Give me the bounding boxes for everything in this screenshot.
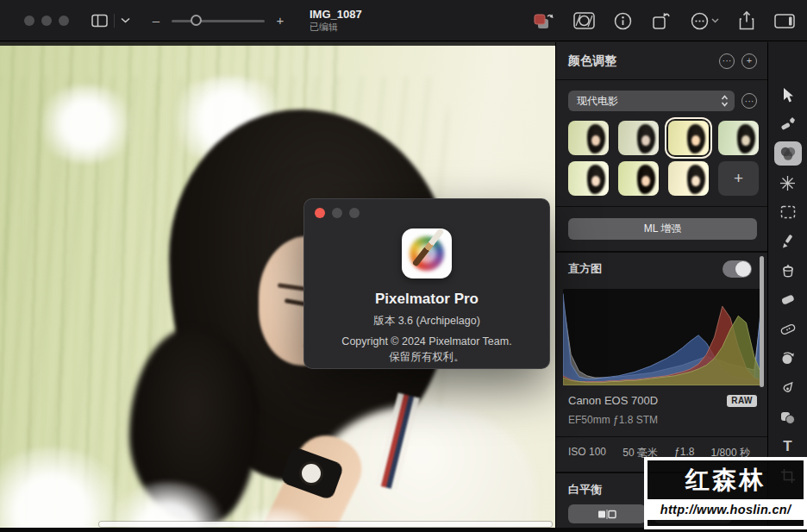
raw-badge: RAW: [727, 395, 757, 407]
compare-split-icon: [597, 510, 617, 519]
panel-title: 颜色调整: [568, 53, 712, 69]
erase-tool-icon[interactable]: [773, 285, 803, 315]
document-status: 已编辑: [310, 22, 362, 34]
about-dialog: Pixelmator Pro 版本 3.6 (Archipelago) Copy…: [303, 198, 550, 369]
ml-enhance-button[interactable]: ML 增强: [568, 218, 757, 240]
dialog-zoom-button: [349, 208, 360, 218]
vertical-scrollbar[interactable]: [760, 256, 764, 387]
photo-watch-face: [299, 461, 323, 485]
retouch-tool-icon[interactable]: [773, 315, 803, 344]
panel-options-button[interactable]: ···: [719, 53, 735, 69]
updown-chevron-icon: [721, 95, 729, 107]
ml-effects-icon[interactable]: [573, 12, 595, 29]
share-icon[interactable]: [738, 10, 755, 31]
preset-dropdown[interactable]: 现代电影: [568, 91, 735, 111]
sidebar-chevron-down-icon[interactable]: [121, 17, 130, 23]
preset-thumbnail[interactable]: [568, 161, 609, 196]
watermark-url: http://www.hoslin.cn/: [660, 503, 791, 516]
camera-lens: EF50mm ƒ1.8 STM: [568, 414, 757, 426]
histogram-label: 直方图: [568, 261, 723, 277]
preset-thumbnail[interactable]: [668, 161, 709, 196]
divider: [556, 436, 767, 437]
select-tool-icon[interactable]: [773, 197, 803, 227]
effects-tool-icon[interactable]: [773, 168, 803, 197]
app-version: 版本 3.6 (Archipelago): [304, 314, 549, 329]
fill-tool-icon[interactable]: [773, 256, 803, 285]
camera-model: Canon EOS 700D: [568, 394, 727, 407]
watermark-overlay: 红森林 http://www.hoslin.cn/: [644, 457, 807, 529]
photo-flowers: [34, 85, 138, 163]
pixelmator-pro-window: – + IMG_1087 已编辑: [0, 0, 807, 532]
preset-thumbnail[interactable]: [618, 121, 659, 155]
preset-thumbnail[interactable]: [618, 161, 659, 196]
window-controls: [24, 16, 69, 26]
arrange-tool-arrow-icon[interactable]: [773, 80, 803, 110]
zoom-window-button[interactable]: [59, 16, 69, 26]
horizontal-scrollbar[interactable]: [99, 522, 552, 527]
clone-tool-icon[interactable]: [773, 344, 803, 373]
compare-split-button[interactable]: [568, 504, 646, 523]
zoom-in-button[interactable]: +: [273, 13, 287, 28]
info-icon[interactable]: [614, 12, 632, 30]
preset-thumbnail-selected[interactable]: [668, 121, 709, 155]
preset-grid: +: [568, 121, 767, 196]
color-swap-icon[interactable]: [532, 10, 554, 31]
document-title: IMG_1087: [310, 8, 362, 22]
document-title-block: IMG_1087 已编辑: [310, 8, 362, 34]
preset-options-button[interactable]: ···: [741, 93, 757, 109]
divider: [556, 206, 767, 207]
style-tool-icon[interactable]: [773, 110, 803, 139]
histogram-toggle[interactable]: [723, 260, 752, 278]
preset-dropdown-value: 现代电影: [577, 94, 721, 109]
close-window-button[interactable]: [24, 16, 34, 26]
more-options-chevron-icon[interactable]: [711, 16, 719, 25]
preset-thumbnail[interactable]: [718, 121, 759, 155]
toolbar: – + IMG_1087 已编辑: [0, 0, 807, 41]
iso-value: ISO 100: [568, 446, 606, 460]
watermark-url-bar: http://www.hoslin.cn/: [647, 499, 804, 520]
zoom-slider[interactable]: [172, 15, 265, 27]
dialog-close-button[interactable]: [315, 208, 325, 218]
shapes-tool-icon[interactable]: [773, 403, 803, 432]
zoom-slider-track[interactable]: [172, 20, 265, 22]
zoom-out-button[interactable]: –: [149, 13, 163, 28]
preset-thumbnail[interactable]: [568, 121, 609, 155]
toolbar-separator: [114, 14, 115, 28]
minimize-window-button[interactable]: [41, 16, 52, 26]
app-copyright: Copyright © 2024 Pixelmator Team. 保留所有权利…: [304, 334, 549, 365]
color-adjustments-tool-icon[interactable]: [774, 141, 802, 166]
zoom-slider-knob[interactable]: [191, 15, 202, 26]
watermark-brand: 红森林: [647, 460, 804, 499]
more-options-icon[interactable]: [691, 12, 709, 30]
sidebar-toggle-icon[interactable]: [91, 14, 108, 28]
pen-tool-icon[interactable]: [773, 373, 803, 403]
rotate-icon[interactable]: [651, 11, 672, 30]
paint-tool-icon[interactable]: [773, 227, 803, 256]
add-adjustment-button[interactable]: +: [741, 53, 757, 69]
app-name: Pixelmator Pro: [304, 291, 549, 308]
pixelmator-app-icon: [402, 228, 452, 279]
photo-top-edge: [0, 42, 555, 46]
right-sidebar-toggle-icon[interactable]: [774, 14, 795, 28]
dialog-minimize-button: [332, 208, 342, 218]
histogram-chart: [563, 289, 762, 385]
add-preset-button[interactable]: +: [718, 161, 759, 196]
